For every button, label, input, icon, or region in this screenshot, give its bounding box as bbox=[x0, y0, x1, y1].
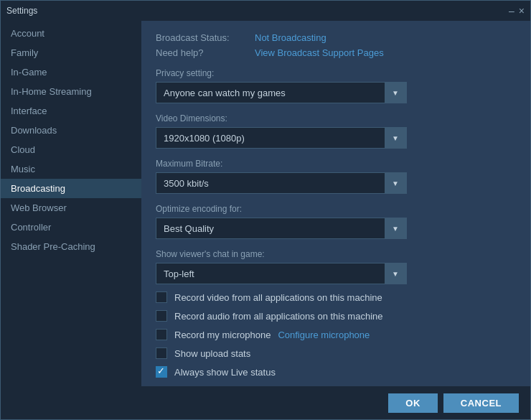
max-bitrate-dropdown-arrow: ▼ bbox=[385, 172, 406, 194]
help-row: Need help? View Broadcast Support Pages bbox=[156, 47, 516, 58]
optimize-dropdown-arrow: ▼ bbox=[385, 218, 406, 239]
sidebar-item-controller[interactable]: Controller bbox=[1, 218, 141, 237]
broadcast-status-link[interactable]: Not Broadcasting bbox=[255, 32, 326, 43]
show-chat-dropdown-arrow: ▼ bbox=[385, 263, 406, 284]
optimize-value: Best Quality bbox=[156, 223, 385, 234]
broadcast-status-label: Broadcast Status: bbox=[156, 32, 249, 43]
window-title: Settings bbox=[6, 6, 37, 16]
record-mic-checkbox[interactable] bbox=[156, 329, 167, 340]
ok-button[interactable]: OK bbox=[388, 393, 438, 413]
video-dimensions-section: Video Dimensions: 1920x1080 (1080p) ▼ bbox=[156, 113, 516, 149]
video-dimensions-dropdown-arrow: ▼ bbox=[385, 127, 406, 149]
sidebar-item-shader-pre-caching[interactable]: Shader Pre-Caching bbox=[1, 237, 141, 256]
close-button[interactable]: × bbox=[519, 6, 525, 16]
checkbox-record-audio: Record audio from all applications on th… bbox=[156, 310, 516, 322]
max-bitrate-label: Maximum Bitrate: bbox=[156, 159, 516, 169]
sidebar-item-downloads[interactable]: Downloads bbox=[1, 121, 141, 140]
show-chat-label: Show viewer's chat in game: bbox=[156, 249, 516, 259]
video-dimensions-dropdown[interactable]: 1920x1080 (1080p) ▼ bbox=[156, 127, 407, 149]
sidebar-item-interface[interactable]: Interface bbox=[1, 101, 141, 121]
optimize-dropdown[interactable]: Best Quality ▼ bbox=[156, 218, 407, 239]
privacy-label: Privacy setting: bbox=[156, 68, 516, 78]
always-live-checkbox[interactable] bbox=[156, 366, 167, 378]
checkbox-always-live: Always show Live status bbox=[156, 366, 516, 378]
broadcast-status-row: Broadcast Status: Not Broadcasting bbox=[156, 32, 516, 43]
privacy-section: Privacy setting: Anyone can watch my gam… bbox=[156, 68, 516, 103]
show-chat-dropdown[interactable]: Top-left ▼ bbox=[156, 263, 407, 284]
sidebar-item-broadcasting[interactable]: Broadcasting bbox=[1, 179, 141, 198]
checkbox-show-upload: Show upload stats bbox=[156, 347, 516, 359]
optimize-label: Optimize encoding for: bbox=[156, 204, 516, 214]
help-link[interactable]: View Broadcast Support Pages bbox=[255, 47, 384, 58]
optimize-section: Optimize encoding for: Best Quality ▼ bbox=[156, 204, 516, 239]
record-mic-label[interactable]: Record my microphone bbox=[174, 330, 271, 340]
show-chat-value: Top-left bbox=[156, 269, 385, 279]
sidebar-item-cloud[interactable]: Cloud bbox=[1, 140, 141, 159]
window-controls: – × bbox=[509, 6, 525, 16]
record-audio-label[interactable]: Record audio from all applications on th… bbox=[174, 311, 383, 322]
privacy-value: Anyone can watch my games bbox=[156, 88, 385, 98]
help-label: Need help? bbox=[156, 47, 249, 58]
show-chat-section: Show viewer's chat in game: Top-left ▼ bbox=[156, 249, 516, 284]
max-bitrate-value: 3500 kbit/s bbox=[156, 178, 385, 189]
record-video-checkbox[interactable] bbox=[156, 291, 167, 303]
show-upload-label[interactable]: Show upload stats bbox=[174, 348, 250, 359]
cancel-button[interactable]: CANCEL bbox=[443, 393, 519, 413]
video-dimensions-label: Video Dimensions: bbox=[156, 113, 516, 123]
max-bitrate-dropdown[interactable]: 3500 kbit/s ▼ bbox=[156, 172, 407, 194]
minimize-button[interactable]: – bbox=[509, 6, 514, 16]
sidebar-item-music[interactable]: Music bbox=[1, 159, 141, 179]
privacy-dropdown[interactable]: Anyone can watch my games ▼ bbox=[156, 82, 407, 103]
privacy-dropdown-arrow: ▼ bbox=[385, 82, 406, 103]
content-area: Account Family In-Game In-Home Streaming… bbox=[1, 21, 530, 386]
record-audio-checkbox[interactable] bbox=[156, 310, 167, 322]
sidebar-item-in-game[interactable]: In-Game bbox=[1, 62, 141, 82]
sidebar-item-in-home-streaming[interactable]: In-Home Streaming bbox=[1, 82, 141, 101]
show-upload-checkbox[interactable] bbox=[156, 347, 167, 359]
checkbox-record-mic: Record my microphone Configure microphon… bbox=[156, 329, 516, 340]
sidebar-item-family[interactable]: Family bbox=[1, 43, 141, 62]
title-bar: Settings – × bbox=[1, 1, 530, 21]
configure-microphone-link[interactable]: Configure microphone bbox=[278, 330, 370, 340]
sidebar: Account Family In-Game In-Home Streaming… bbox=[1, 21, 141, 386]
main-panel: Broadcast Status: Not Broadcasting Need … bbox=[141, 21, 530, 386]
record-video-label[interactable]: Record video from all applications on th… bbox=[174, 292, 382, 303]
video-dimensions-value: 1920x1080 (1080p) bbox=[156, 133, 385, 144]
sidebar-item-account[interactable]: Account bbox=[1, 24, 141, 43]
always-live-label[interactable]: Always show Live status bbox=[174, 367, 276, 378]
checkbox-record-video: Record video from all applications on th… bbox=[156, 291, 516, 303]
max-bitrate-section: Maximum Bitrate: 3500 kbit/s ▼ bbox=[156, 159, 516, 194]
footer: OK CANCEL bbox=[1, 386, 530, 419]
sidebar-item-web-browser[interactable]: Web Browser bbox=[1, 198, 141, 218]
settings-window: Settings – × Account Family In-Game In-H… bbox=[0, 0, 531, 420]
